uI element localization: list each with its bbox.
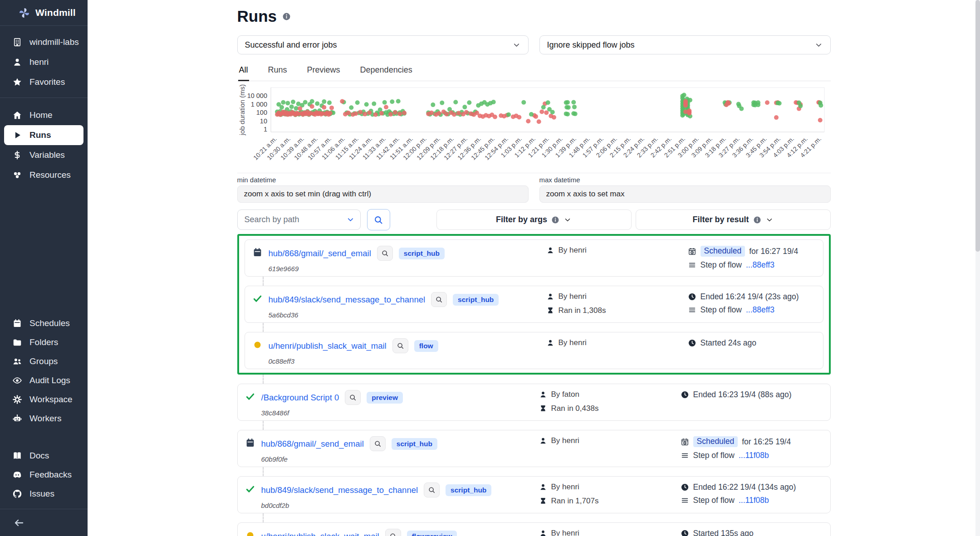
- folder-icon: [12, 337, 22, 347]
- run-status-text: Started 135s ago: [693, 529, 754, 536]
- run-author: By henri: [551, 436, 579, 445]
- run-card[interactable]: /Background Script 0 preview 38c8486f By…: [237, 384, 831, 421]
- user-icon: [539, 529, 547, 536]
- runs-kind-tabs: AllRunsPreviewsDependencies: [237, 63, 831, 81]
- sidebar-item-schedules[interactable]: Schedules: [0, 314, 88, 333]
- run-status-text: Step of flow: [693, 496, 735, 505]
- sidebar-item-groups[interactable]: Groups: [0, 352, 88, 371]
- robot-icon: [12, 414, 22, 424]
- sidebar-item-workspace[interactable]: Workspace: [0, 390, 88, 409]
- filter-by-result-button[interactable]: Filter by result: [636, 210, 831, 230]
- sidebar-item-runs[interactable]: Runs: [4, 125, 83, 145]
- run-lookup-button[interactable]: [377, 246, 393, 261]
- run-status-text: Ended 16:23 19/4 (88s ago): [693, 390, 792, 400]
- run-path-link[interactable]: u/henri/publish_slack_wait_mail: [261, 531, 379, 536]
- user-icon: [539, 437, 547, 445]
- flow-id-link[interactable]: ...11f08b: [739, 451, 769, 460]
- sidebar-item-workers[interactable]: Workers: [0, 409, 88, 428]
- sidebar-item-label: Schedules: [29, 318, 70, 328]
- tab-dependencies[interactable]: Dependencies: [359, 63, 413, 81]
- min-datetime-input[interactable]: [237, 185, 529, 203]
- sidebar-collapse[interactable]: [0, 509, 88, 536]
- run-path-link[interactable]: u/henri/publish_slack_wait_mail: [269, 341, 387, 351]
- svg-text:1 000: 1 000: [250, 101, 267, 108]
- run-card[interactable]: u/henri/publish_slack_wait_mail flowprev…: [237, 522, 831, 536]
- run-lookup-button[interactable]: [424, 482, 440, 497]
- sidebar-item-audit-logs[interactable]: Audit Logs: [0, 371, 88, 390]
- flow-id-link[interactable]: ...88eff3: [746, 260, 774, 270]
- run-card[interactable]: hub/849/slack/send_message_to_channel sc…: [245, 286, 823, 323]
- skipped-flow-filter-value: Ignore skipped flow jobs: [547, 40, 635, 50]
- run-author: By henri: [559, 246, 587, 255]
- search-button[interactable]: [367, 209, 390, 230]
- scrollbar-thumb[interactable]: [975, 0, 980, 252]
- search-icon: [389, 532, 397, 536]
- sidebar-footer-group: DocsFeedbacksIssues: [0, 446, 88, 503]
- sidebar-item-windmill-labs[interactable]: windmill-labs: [0, 32, 88, 52]
- run-card[interactable]: u/henri/publish_slack_wait_mail flow 0c8…: [245, 332, 823, 369]
- run-lookup-button[interactable]: [431, 292, 447, 307]
- tab-all[interactable]: All: [238, 63, 249, 81]
- sidebar-item-label: Resources: [29, 170, 71, 180]
- sidebar-item-favorites[interactable]: Favorites: [0, 72, 88, 92]
- run-path-link[interactable]: hub/849/slack/send_message_to_channel: [269, 295, 426, 305]
- run-duration: Ran in 0,438s: [551, 404, 599, 413]
- run-lookup-button[interactable]: [392, 338, 408, 353]
- run-status-text: for 16:27 19/4: [749, 247, 798, 256]
- resources-icon: [12, 170, 22, 180]
- skipped-flow-filter-select[interactable]: Ignore skipped flow jobs: [539, 35, 831, 54]
- sidebar-item-henri[interactable]: henri: [0, 52, 88, 72]
- run-path-link[interactable]: hub/849/slack/send_message_to_channel: [261, 485, 418, 495]
- chevron-down-icon: [814, 41, 823, 49]
- user-icon: [539, 483, 547, 491]
- run-card[interactable]: hub/849/slack/send_message_to_channel sc…: [237, 476, 831, 513]
- sidebar-nav-group: HomeRunsVariablesResources: [0, 98, 88, 190]
- sidebar-item-issues[interactable]: Issues: [0, 484, 88, 503]
- user-icon: [546, 246, 554, 254]
- sidebar-item-docs[interactable]: Docs: [0, 446, 88, 465]
- run-lookup-button[interactable]: [345, 390, 361, 405]
- user-icon: [546, 339, 554, 347]
- sidebar-item-folders[interactable]: Folders: [0, 333, 88, 352]
- run-status-line: Step of flow ...11f08b: [681, 451, 830, 460]
- sidebar-item-resources[interactable]: Resources: [0, 165, 88, 185]
- clock-icon: [688, 292, 696, 301]
- run-path-link[interactable]: hub/868/gmail/_send_email: [269, 249, 371, 258]
- job-status-filter-select[interactable]: Successful and error jobs: [237, 35, 529, 54]
- book-icon: [12, 451, 22, 461]
- run-lookup-button[interactable]: [385, 529, 401, 536]
- run-kind-badge: flow: [414, 340, 438, 352]
- sidebar-item-label: Workspace: [29, 395, 73, 404]
- run-status-text: Started 24s ago: [701, 338, 757, 348]
- run-author: By faton: [551, 390, 579, 399]
- info-icon[interactable]: [282, 12, 291, 21]
- success-check-icon: [245, 484, 255, 494]
- run-connector: [263, 513, 264, 522]
- run-card[interactable]: hub/868/gmail/_send_email script_hub 619…: [245, 239, 823, 277]
- tab-previews[interactable]: Previews: [306, 63, 341, 81]
- run-status-line: Step of flow ...88eff3: [688, 305, 823, 315]
- min-datetime-label: min datetime: [237, 176, 529, 184]
- tab-runs[interactable]: Runs: [267, 63, 288, 81]
- run-path-link[interactable]: hub/868/gmail/_send_email: [261, 439, 364, 449]
- filter-by-args-button[interactable]: Filter by args: [436, 210, 632, 230]
- search-by-path-input[interactable]: [237, 210, 361, 230]
- sidebar-item-variables[interactable]: Variables: [0, 145, 88, 165]
- flow-id-link[interactable]: ...11f08b: [739, 496, 769, 505]
- sidebar-workspace-group: windmill-labshenriFavorites: [0, 26, 88, 97]
- search-icon: [435, 296, 443, 303]
- vertical-scrollbar[interactable]: [975, 0, 980, 536]
- run-lookup-button[interactable]: [370, 436, 386, 451]
- run-status-line: Scheduledfor 16:27 19/4: [688, 246, 823, 257]
- flow-id-link[interactable]: ...88eff3: [746, 305, 774, 315]
- job-duration-chart[interactable]: job duration (ms)1101001 00010 00010:21 …: [237, 81, 831, 173]
- calendar-icon: [12, 318, 22, 328]
- run-card[interactable]: hub/868/gmail/_send_email script_hub 60b…: [237, 430, 831, 467]
- max-datetime-input[interactable]: [539, 185, 831, 203]
- run-path-link[interactable]: /Background Script 0: [261, 393, 339, 403]
- highlighted-runs-group: hub/868/gmail/_send_email script_hub 619…: [237, 234, 831, 375]
- app-brand[interactable]: Windmill: [0, 0, 88, 25]
- sidebar-item-feedbacks[interactable]: Feedbacks: [0, 465, 88, 484]
- filter-by-args-label: Filter by args: [496, 215, 547, 224]
- sidebar-item-home[interactable]: Home: [0, 105, 88, 125]
